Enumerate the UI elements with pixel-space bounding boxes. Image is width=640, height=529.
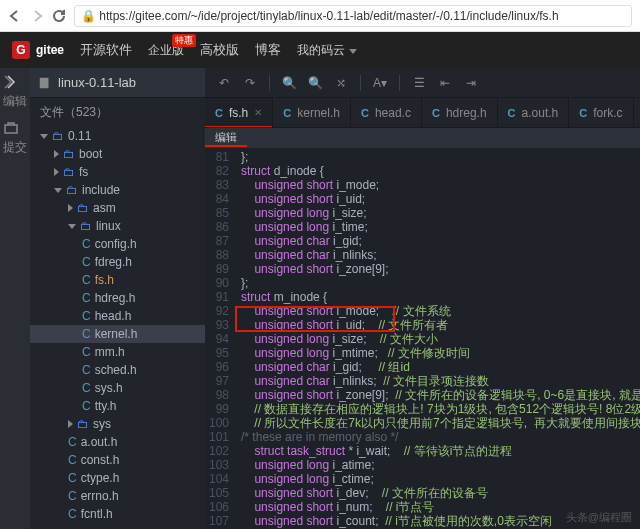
list-icon[interactable]: ☰ bbox=[408, 72, 430, 94]
file-head-h[interactable]: C head.h bbox=[30, 307, 205, 325]
c-file-icon: C bbox=[82, 291, 91, 305]
svg-rect-0 bbox=[5, 125, 17, 133]
file-config-h[interactable]: C config.h bbox=[30, 235, 205, 253]
back-icon[interactable] bbox=[8, 9, 22, 23]
c-file-icon: C bbox=[68, 453, 77, 467]
rail-commit[interactable]: 提交 bbox=[3, 120, 27, 156]
c-file-icon: C bbox=[508, 107, 516, 119]
c-file-icon: C bbox=[82, 237, 91, 251]
folder-icon: 🗀 bbox=[77, 201, 89, 215]
file-fs-h[interactable]: C fs.h bbox=[30, 271, 205, 289]
url-bar[interactable]: 🔒 https://gitee.com/~/ide/project/tinyla… bbox=[74, 5, 632, 27]
folder-fs[interactable]: 🗀 fs bbox=[30, 163, 205, 181]
nav-mine[interactable]: 我的码云 bbox=[297, 42, 357, 59]
file-kernel-h[interactable]: C kernel.h bbox=[30, 325, 205, 343]
c-file-icon: C bbox=[283, 107, 291, 119]
nav-blog[interactable]: 博客 bbox=[255, 41, 281, 59]
rail-edit[interactable]: 编辑 bbox=[3, 74, 27, 110]
file-hdreg-h[interactable]: C hdreg.h bbox=[30, 289, 205, 307]
replace-icon[interactable]: 🔍 bbox=[304, 72, 326, 94]
file-sys-h[interactable]: C sys.h bbox=[30, 379, 205, 397]
file-a-out-h[interactable]: C a.out.h bbox=[30, 433, 205, 451]
nav-edu[interactable]: 高校版 bbox=[200, 41, 239, 59]
folder-icon: 🗀 bbox=[80, 219, 92, 233]
editor-subheader: 编辑 bbox=[205, 128, 640, 148]
c-file-icon: C bbox=[82, 399, 91, 413]
undo-icon[interactable]: ↶ bbox=[213, 72, 235, 94]
tab-head-c[interactable]: Chead.c bbox=[351, 98, 422, 127]
c-file-icon: C bbox=[82, 255, 91, 269]
browser-chrome: 🔒 https://gitee.com/~/ide/project/tinyla… bbox=[0, 0, 640, 32]
c-file-icon: C bbox=[215, 107, 223, 119]
chevron-down-icon bbox=[40, 134, 48, 139]
folder-icon: 🗀 bbox=[66, 183, 78, 197]
hot-badge: 特惠 bbox=[172, 34, 196, 47]
c-file-icon: C bbox=[432, 107, 440, 119]
font-icon[interactable]: A▾ bbox=[369, 72, 391, 94]
indent-icon[interactable]: ⇥ bbox=[460, 72, 482, 94]
c-file-icon: C bbox=[68, 489, 77, 503]
c-file-icon: C bbox=[361, 107, 369, 119]
file-fdreg-h[interactable]: C fdreg.h bbox=[30, 253, 205, 271]
c-file-icon: C bbox=[68, 435, 77, 449]
line-gutter: 8182838485868788899091929394959697989910… bbox=[205, 148, 237, 529]
nav-enterprise[interactable]: 企业版特惠 bbox=[148, 42, 184, 59]
tab-fork-c[interactable]: Cfork.c bbox=[569, 98, 633, 127]
redo-icon[interactable]: ↷ bbox=[239, 72, 261, 94]
folder-icon: 🗀 bbox=[77, 417, 89, 431]
file-errno-h[interactable]: C errno.h bbox=[30, 487, 205, 505]
forward-icon[interactable] bbox=[30, 9, 44, 23]
nav-opensource[interactable]: 开源软件 bbox=[80, 41, 132, 59]
file-tty-h[interactable]: C tty.h bbox=[30, 397, 205, 415]
close-icon[interactable]: ✕ bbox=[254, 107, 262, 118]
chevron-down-icon bbox=[68, 224, 76, 229]
folder-asm[interactable]: 🗀 asm bbox=[30, 199, 205, 217]
gitee-logo[interactable]: Ggitee bbox=[12, 41, 64, 59]
tab-a-out-h[interactable]: Ca.out.h bbox=[498, 98, 570, 127]
folder-icon: 🗀 bbox=[63, 165, 75, 179]
files-count: 文件（523） bbox=[30, 98, 205, 127]
chevron-right-icon bbox=[54, 150, 59, 158]
top-nav: Ggitee 开源软件 企业版特惠 高校版 博客 我的码云 bbox=[0, 32, 640, 68]
left-rail: 编辑 提交 bbox=[0, 68, 30, 529]
file-tree: 🗀 0.11 🗀 boot 🗀 fs 🗀 include 🗀 asm 🗀 lin… bbox=[30, 127, 205, 529]
tab-kernel-h[interactable]: Ckernel.h bbox=[273, 98, 351, 127]
chevron-right-icon bbox=[68, 204, 73, 212]
editor-area: ↶ ↷ 🔍 🔍 ⤭ A▾ ☰ ⇤ ⇥ Cfs.h✕Ckernel.hChead.… bbox=[205, 68, 640, 529]
book-icon bbox=[38, 76, 52, 90]
file-sidebar: linux-0.11-lab 文件（523） 🗀 0.11 🗀 boot 🗀 f… bbox=[30, 68, 205, 529]
shuffle-icon[interactable]: ⤭ bbox=[330, 72, 352, 94]
c-file-icon: C bbox=[82, 345, 91, 359]
folder-0-11[interactable]: 🗀 0.11 bbox=[30, 127, 205, 145]
chevron-down-icon bbox=[54, 188, 62, 193]
c-file-icon: C bbox=[68, 471, 77, 485]
c-file-icon: C bbox=[68, 507, 77, 521]
tab-hdreg-h[interactable]: Chdreg.h bbox=[422, 98, 498, 127]
c-file-icon: C bbox=[82, 327, 91, 341]
file-const-h[interactable]: C const.h bbox=[30, 451, 205, 469]
folder-linux[interactable]: 🗀 linux bbox=[30, 217, 205, 235]
search-icon[interactable]: 🔍 bbox=[278, 72, 300, 94]
project-header[interactable]: linux-0.11-lab bbox=[30, 68, 205, 98]
chevron-right-icon bbox=[54, 168, 59, 176]
sub-tab-edit[interactable]: 编辑 bbox=[205, 130, 247, 147]
folder-include[interactable]: 🗀 include bbox=[30, 181, 205, 199]
c-file-icon: C bbox=[82, 309, 91, 323]
file-fcntl-h[interactable]: C fcntl.h bbox=[30, 505, 205, 523]
file-mm-h[interactable]: C mm.h bbox=[30, 343, 205, 361]
code-lines[interactable]: };struct d_inode { unsigned short i_mode… bbox=[237, 148, 640, 529]
chevron-right-icon bbox=[68, 420, 73, 428]
file-sched-h[interactable]: C sched.h bbox=[30, 361, 205, 379]
file-ctype-h[interactable]: C ctype.h bbox=[30, 469, 205, 487]
c-file-icon: C bbox=[579, 107, 587, 119]
folder-icon: 🗀 bbox=[52, 129, 64, 143]
folder-boot[interactable]: 🗀 boot bbox=[30, 145, 205, 163]
folder-sys[interactable]: 🗀 sys bbox=[30, 415, 205, 433]
watermark: 头条@编程圈 bbox=[566, 510, 632, 525]
outdent-icon[interactable]: ⇤ bbox=[434, 72, 456, 94]
tab-fs-h[interactable]: Cfs.h✕ bbox=[205, 98, 273, 127]
refresh-icon[interactable] bbox=[52, 9, 66, 23]
folder-icon: 🗀 bbox=[63, 147, 75, 161]
code-area[interactable]: 8182838485868788899091929394959697989910… bbox=[205, 148, 640, 529]
c-file-icon: C bbox=[82, 381, 91, 395]
